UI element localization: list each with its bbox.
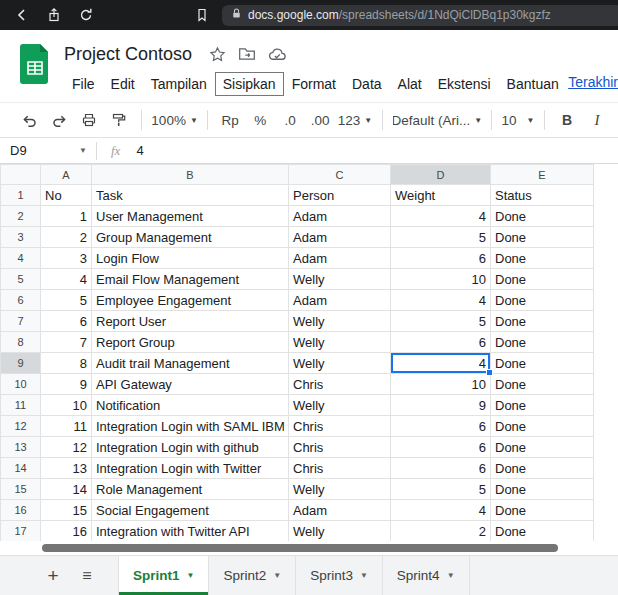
cell-E12[interactable]: Done [491, 416, 594, 437]
cell-C9[interactable]: Welly [289, 353, 391, 374]
currency-format-button[interactable]: Rp [218, 108, 242, 132]
undo-icon[interactable] [17, 108, 41, 132]
cell-A17[interactable]: 16 [41, 521, 92, 542]
document-title[interactable]: Project Contoso [64, 44, 192, 65]
cell-B8[interactable]: Report Group [92, 332, 289, 353]
cell-E2[interactable]: Done [491, 206, 594, 227]
redo-icon[interactable] [47, 108, 71, 132]
cell-C3[interactable]: Adam [289, 227, 391, 248]
cell-E16[interactable]: Done [491, 500, 594, 521]
increase-decimal-button[interactable]: .00 [308, 108, 332, 132]
cell-C5[interactable]: Welly [289, 269, 391, 290]
cell-C17[interactable]: Welly [289, 521, 391, 542]
more-formats-button[interactable]: 123▼ [338, 108, 372, 132]
cell-C16[interactable]: Adam [289, 500, 391, 521]
row-header-1[interactable]: 1 [1, 185, 41, 206]
row-header-4[interactable]: 4 [1, 248, 41, 269]
menu-ekstensi[interactable]: Ekstensi [430, 72, 499, 96]
cell-C8[interactable]: Welly [289, 332, 391, 353]
cell-C15[interactable]: Welly [289, 479, 391, 500]
add-sheet-button[interactable]: + [36, 556, 70, 595]
cell-A2[interactable]: 1 [41, 206, 92, 227]
row-header-6[interactable]: 6 [1, 290, 41, 311]
cell-C13[interactable]: Chris [289, 437, 391, 458]
cell-D1[interactable]: Weight [391, 185, 491, 206]
star-icon[interactable] [206, 43, 228, 65]
cell-E11[interactable]: Done [491, 395, 594, 416]
cell-B10[interactable]: API Gateway [92, 374, 289, 395]
cell-C12[interactable]: Chris [289, 416, 391, 437]
cell-A11[interactable]: 10 [41, 395, 92, 416]
back-icon[interactable] [10, 3, 34, 27]
cell-D10[interactable]: 10 [391, 374, 491, 395]
cell-B12[interactable]: Integration Login with SAML IBM [92, 416, 289, 437]
cell-A6[interactable]: 5 [41, 290, 92, 311]
cell-E9[interactable]: Done [491, 353, 594, 374]
cell-D2[interactable]: 4 [391, 206, 491, 227]
cell-A12[interactable]: 11 [41, 416, 92, 437]
cell-A7[interactable]: 6 [41, 311, 92, 332]
cell-A5[interactable]: 4 [41, 269, 92, 290]
row-header-7[interactable]: 7 [1, 311, 41, 332]
address-bar[interactable]: docs.google.com/spreadsheets/d/1NdQiClDB… [222, 5, 618, 26]
cell-A9[interactable]: 8 [41, 353, 92, 374]
cell-A16[interactable]: 15 [41, 500, 92, 521]
menu-bantuan[interactable]: Bantuan [499, 72, 567, 96]
cell-A10[interactable]: 9 [41, 374, 92, 395]
menu-tampilan[interactable]: Tampilan [143, 72, 215, 96]
cell-C7[interactable]: Welly [289, 311, 391, 332]
cell-E5[interactable]: Done [491, 269, 594, 290]
row-header-9[interactable]: 9 [1, 353, 41, 374]
cell-B16[interactable]: Social Engagement [92, 500, 289, 521]
cell-E3[interactable]: Done [491, 227, 594, 248]
cell-A8[interactable]: 7 [41, 332, 92, 353]
cell-C1[interactable]: Person [289, 185, 391, 206]
cell-A13[interactable]: 12 [41, 437, 92, 458]
cell-C2[interactable]: Adam [289, 206, 391, 227]
cell-D15[interactable]: 5 [391, 479, 491, 500]
formula-input[interactable]: 4 [136, 143, 143, 158]
last-edit-link[interactable]: Terakhir [568, 74, 618, 90]
cell-D16[interactable]: 4 [391, 500, 491, 521]
row-header-5[interactable]: 5 [1, 269, 41, 290]
sheet-tab-sprint4[interactable]: Sprint4▼ [383, 556, 470, 595]
cell-E7[interactable]: Done [491, 311, 594, 332]
row-header-14[interactable]: 14 [1, 458, 41, 479]
cell-B1[interactable]: Task [92, 185, 289, 206]
column-header-D[interactable]: D [391, 165, 491, 185]
decrease-decimal-button[interactable]: .0 [278, 108, 302, 132]
cell-B7[interactable]: Report User [92, 311, 289, 332]
bold-button[interactable]: B [555, 108, 579, 132]
cell-B4[interactable]: Login Flow [92, 248, 289, 269]
menu-data[interactable]: Data [344, 72, 390, 96]
row-header-12[interactable]: 12 [1, 416, 41, 437]
cell-B3[interactable]: Group Management [92, 227, 289, 248]
font-select[interactable]: Default (Ari...▼ [393, 108, 481, 132]
bookmark-icon[interactable] [190, 3, 214, 27]
cell-A4[interactable]: 3 [41, 248, 92, 269]
cell-A14[interactable]: 13 [41, 458, 92, 479]
column-header-B[interactable]: B [92, 165, 289, 185]
cell-B13[interactable]: Integration Login with github [92, 437, 289, 458]
row-header-15[interactable]: 15 [1, 479, 41, 500]
cell-E6[interactable]: Done [491, 290, 594, 311]
cell-C14[interactable]: Chris [289, 458, 391, 479]
cell-B6[interactable]: Employee Engagement [92, 290, 289, 311]
cell-E13[interactable]: Done [491, 437, 594, 458]
column-header-A[interactable]: A [41, 165, 92, 185]
cell-A3[interactable]: 2 [41, 227, 92, 248]
sheet-tab-sprint2[interactable]: Sprint2▼ [209, 556, 296, 595]
cell-A15[interactable]: 14 [41, 479, 92, 500]
cell-D6[interactable]: 4 [391, 290, 491, 311]
cell-E15[interactable]: Done [491, 479, 594, 500]
cell-B15[interactable]: Role Management [92, 479, 289, 500]
menu-file[interactable]: File [64, 72, 103, 96]
cell-E14[interactable]: Done [491, 458, 594, 479]
cell-D17[interactable]: 2 [391, 521, 491, 542]
row-header-11[interactable]: 11 [1, 395, 41, 416]
all-sheets-button[interactable]: ≡ [70, 556, 104, 595]
cell-C11[interactable]: Welly [289, 395, 391, 416]
column-header-E[interactable]: E [491, 165, 594, 185]
reload-icon[interactable] [74, 3, 98, 27]
print-icon[interactable] [77, 108, 101, 132]
